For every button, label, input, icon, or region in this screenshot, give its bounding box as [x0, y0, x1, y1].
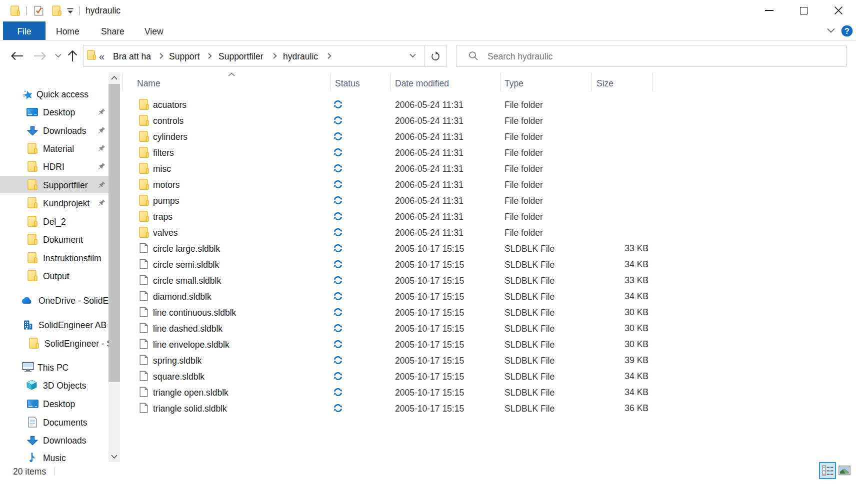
svg-text:?: ?	[844, 27, 850, 35]
